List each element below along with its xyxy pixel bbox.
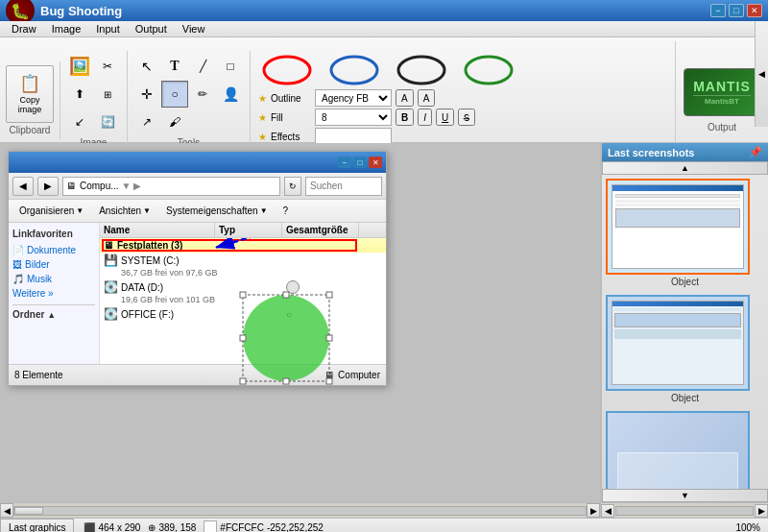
fb-computer-btn[interactable]: 🖥 Computer: [324, 370, 380, 380]
rp-scroll-track[interactable]: [615, 506, 754, 516]
screenshot-item-3[interactable]: Area: [606, 411, 764, 489]
tool-arrow2[interactable]: ↗: [133, 109, 160, 135]
right-panel-scroll-down[interactable]: ▼: [602, 489, 768, 502]
group-label: Festplatten (3): [117, 240, 182, 251]
menu-draw[interactable]: Draw: [4, 21, 44, 36]
minimize-button[interactable]: −: [710, 4, 726, 17]
close-button[interactable]: ✕: [747, 4, 762, 17]
copy-image-button[interactable]: 📋 Copyimage: [6, 65, 54, 123]
col-size[interactable]: Gesamtgröße: [282, 223, 359, 237]
maximize-button[interactable]: □: [729, 4, 744, 17]
outline-dropdown[interactable]: Agency FB: [315, 89, 392, 107]
image-tool-2[interactable]: ✂: [94, 53, 121, 80]
fb-search[interactable]: [305, 177, 382, 196]
oval-green[interactable]: [460, 51, 517, 89]
mantis-logo[interactable]: MANTIS MantisBT: [684, 68, 760, 116]
fb-link-music[interactable]: 🎵 Musik: [12, 272, 95, 286]
underline-btn[interactable]: U: [436, 109, 454, 126]
bold-btn[interactable]: B: [396, 109, 414, 126]
tools-section: ↖ T ╱ □ ✛ ○ ✏ 👤 ↗ 🖌 Tools: [128, 51, 251, 150]
tool-brush[interactable]: 🖌: [161, 109, 188, 135]
image-tool-5[interactable]: ↙: [66, 109, 93, 135]
tool-text[interactable]: T: [161, 53, 188, 80]
image-tool-1[interactable]: 🖼️: [66, 53, 93, 80]
right-panel-scroll-area: Object: [602, 175, 768, 489]
file-group-header: 🖥 Festplatten (3): [100, 238, 386, 253]
clipboard-section: 📋 Copyimage Clipboard: [0, 61, 60, 139]
screenshot-thumb-2[interactable]: [606, 295, 750, 391]
fb-help[interactable]: ?: [278, 203, 294, 219]
title-bar: 🐛 Bug Shooting − □ ✕: [0, 0, 768, 21]
fb-refresh[interactable]: ↻: [284, 177, 301, 196]
menu-image[interactable]: Image: [44, 21, 89, 36]
right-panel-scroll-up[interactable]: ▲: [602, 161, 768, 175]
right-panel-title: Last screenshots: [608, 147, 694, 158]
rp-scroll-right[interactable]: ▶: [755, 504, 768, 518]
fb-organize[interactable]: Organisieren ▼: [14, 203, 88, 219]
svg-point-2: [398, 57, 444, 84]
svg-point-1: [331, 57, 377, 84]
fb-link-images[interactable]: 🖼 Bilder: [12, 257, 95, 272]
tool-pen[interactable]: ✏: [189, 81, 216, 108]
menu-input[interactable]: Input: [88, 21, 127, 36]
oval-red[interactable]: [258, 51, 316, 89]
file-item-office-f[interactable]: 💽 OFFICE (F:) ○: [100, 306, 386, 322]
screenshot-thumb-3[interactable]: [606, 411, 750, 489]
fb-back[interactable]: ◀: [12, 177, 34, 196]
fb-link-more[interactable]: Weitere »: [12, 286, 95, 301]
fb-link-docs[interactable]: 📄 Dokumente: [12, 243, 95, 257]
col-type[interactable]: Typ: [215, 223, 282, 237]
strikethrough-btn[interactable]: S̶: [458, 109, 475, 126]
image-tool-6[interactable]: 🔄: [94, 109, 121, 135]
fb-folders-label[interactable]: Ordner ▲: [12, 309, 95, 320]
fb-controls: − □ ✕: [338, 157, 382, 168]
col-name[interactable]: Name: [100, 223, 215, 237]
image-tool-3[interactable]: ⬆: [66, 81, 93, 108]
fb-close[interactable]: ✕: [369, 157, 382, 168]
file-browser-window: − □ ✕ ◀ ▶ 🖥 Compu... ▼ ▶ ↻: [8, 151, 387, 386]
fb-forward[interactable]: ▶: [37, 177, 59, 196]
screenshot-item-2[interactable]: Object: [606, 295, 764, 403]
tool-rect[interactable]: □: [217, 53, 244, 80]
rp-scroll-left[interactable]: ◀: [601, 504, 614, 518]
menu-output[interactable]: Output: [128, 21, 175, 36]
col-scroll[interactable]: [359, 223, 374, 237]
screenshot-item-1[interactable]: Object: [606, 179, 764, 287]
canvas-area[interactable]: − □ ✕ ◀ ▶ 🖥 Compu... ▼ ▶ ↻: [0, 143, 600, 502]
menu-view[interactable]: View: [175, 21, 213, 36]
right-panel: Last screenshots 📌 ▲: [600, 143, 768, 502]
tool-stamp[interactable]: 👤: [217, 81, 244, 108]
scroll-right-btn[interactable]: ▶: [587, 503, 600, 518]
image-tool-4[interactable]: ⊞: [94, 81, 121, 108]
screenshot-thumb-1[interactable]: [606, 179, 750, 275]
fb-items: 🖥 Festplatten (3): [100, 238, 386, 322]
oval-black[interactable]: [393, 51, 450, 89]
status-info: ⬛ 464 x 290 ⊕ 389, 158 #FCFCFC -252,252,…: [76, 520, 330, 532]
output-collapse-btn[interactable]: ◀: [755, 21, 768, 127]
italic-btn[interactable]: I: [418, 109, 432, 126]
right-panel-pin[interactable]: 📌: [749, 146, 762, 158]
h-scroll-thumb[interactable]: [14, 507, 43, 515]
fb-views[interactable]: Ansichten ▼: [94, 203, 156, 219]
tool-circle[interactable]: ○: [161, 81, 188, 108]
fb-properties[interactable]: Systemeigenschaften ▼: [161, 203, 273, 219]
last-graphics-label: Last graphics: [9, 522, 65, 532]
h-scroll-track[interactable]: [13, 506, 587, 516]
font-size-btn[interactable]: A: [418, 89, 436, 107]
thumb-content-1: [608, 181, 748, 273]
file-item-data-d[interactable]: 💽 DATA (D:): [100, 279, 386, 295]
svg-point-0: [264, 57, 310, 84]
h-scrollbar: ◀ ▶ ◀ ▶: [0, 502, 768, 518]
fb-maximize[interactable]: □: [353, 157, 367, 168]
tool-line[interactable]: ╱: [189, 53, 216, 80]
last-graphics-tab[interactable]: Last graphics: [0, 519, 74, 532]
fill-color[interactable]: 8: [315, 109, 392, 126]
toolbar: 📋 Copyimage Clipboard 🖼️ ✂ ⬆ ⊞ ↙ 🔄 Image…: [0, 37, 768, 143]
tool-arrow[interactable]: ↖: [133, 53, 160, 80]
scroll-left-btn[interactable]: ◀: [0, 503, 13, 518]
oval-blue[interactable]: [325, 51, 383, 89]
font-btn[interactable]: A: [396, 89, 414, 107]
fb-content: Linkfavoriten 📄 Dokumente 🖼 Bilder 🎵 Mus…: [9, 223, 386, 364]
tool-pointer[interactable]: ✛: [133, 81, 160, 108]
fb-minimize[interactable]: −: [338, 157, 351, 168]
